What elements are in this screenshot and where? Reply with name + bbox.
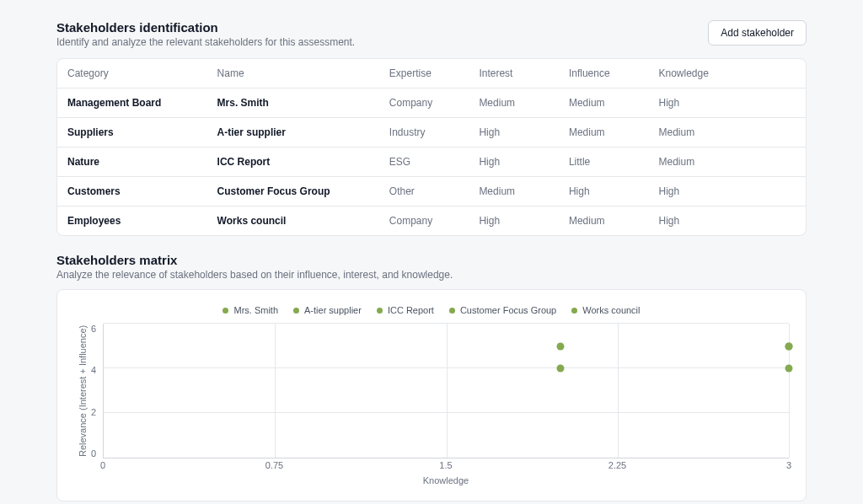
col-knowledge: Knowledge [648, 59, 806, 88]
cell-expertise: ESG [379, 147, 469, 177]
cell-influence: Medium [559, 88, 649, 118]
cell-knowledge: Medium [648, 147, 806, 177]
legend-dot-icon [377, 308, 383, 314]
cell-category: Management Board [57, 88, 207, 118]
cell-influence: High [559, 177, 649, 206]
table-row[interactable]: CustomersCustomer Focus GroupOtherMedium… [57, 177, 806, 206]
x-tick: 1.5 [439, 460, 452, 470]
col-interest: Interest [469, 59, 559, 88]
legend-item[interactable]: Customer Focus Group [449, 305, 556, 315]
x-axis-label: Knowledge [103, 475, 789, 485]
data-point[interactable] [556, 342, 564, 350]
cell-name: Mrs. Smith [207, 88, 379, 118]
y-tick: 2 [88, 407, 96, 417]
legend-label: Works council [582, 305, 640, 315]
y-tick: 0 [88, 448, 96, 458]
table-row[interactable]: SuppliersA-tier supplierIndustryHighMedi… [57, 118, 806, 147]
cell-knowledge: High [648, 177, 806, 206]
cell-expertise: Company [379, 206, 469, 236]
table-header-row: Category Name Expertise Interest Influen… [57, 59, 806, 88]
cell-expertise: Company [379, 88, 469, 118]
legend-dot-icon [571, 308, 577, 314]
cell-knowledge: Medium [648, 118, 806, 147]
x-tick: 0.75 [265, 460, 283, 470]
cell-interest: High [469, 118, 559, 147]
cell-influence: Medium [559, 206, 649, 236]
cell-name: Customer Focus Group [207, 177, 379, 206]
x-tick: 3 [786, 460, 791, 470]
cell-name: ICC Report [207, 147, 379, 177]
cell-influence: Medium [559, 118, 649, 147]
matrix-title: Stakeholders matrix [56, 253, 807, 267]
legend-label: ICC Report [388, 305, 434, 315]
y-axis-ticks: 6420 [88, 324, 103, 458]
legend-dot-icon [293, 308, 299, 314]
add-stakeholder-button[interactable]: Add stakeholder [708, 20, 807, 46]
data-point[interactable] [785, 365, 793, 373]
col-expertise: Expertise [379, 59, 469, 88]
legend-item[interactable]: Works council [571, 305, 640, 315]
stakeholders-table: Category Name Expertise Interest Influen… [57, 59, 806, 235]
section-title: Stakeholders identification [56, 20, 355, 35]
legend-item[interactable]: ICC Report [377, 305, 434, 315]
cell-category: Customers [57, 177, 207, 206]
matrix-chart-panel: Mrs. SmithA-tier supplierICC ReportCusto… [56, 289, 807, 501]
table-row[interactable]: Management BoardMrs. SmithCompanyMediumM… [57, 88, 806, 118]
cell-name: Works council [207, 206, 379, 236]
legend-label: A-tier supplier [304, 305, 362, 315]
y-axis-label: Relevance (Interest + Influence) [74, 324, 88, 458]
legend-label: Customer Focus Group [460, 305, 556, 315]
cell-category: Employees [57, 206, 207, 236]
cell-interest: High [469, 206, 559, 236]
table-row[interactable]: EmployeesWorks councilCompanyHighMediumH… [57, 206, 806, 236]
cell-expertise: Industry [379, 118, 469, 147]
data-point[interactable] [785, 342, 793, 350]
cell-interest: High [469, 147, 559, 177]
x-axis-ticks: 00.751.52.253 [103, 458, 789, 472]
cell-influence: Little [559, 147, 649, 177]
cell-category: Suppliers [57, 118, 207, 147]
cell-knowledge: High [648, 206, 806, 236]
y-tick: 6 [88, 324, 96, 334]
cell-expertise: Other [379, 177, 469, 206]
stakeholders-table-panel: Category Name Expertise Interest Influen… [56, 58, 807, 236]
col-name: Name [207, 59, 379, 88]
legend-item[interactable]: Mrs. Smith [222, 305, 278, 315]
cell-interest: Medium [469, 177, 559, 206]
x-tick: 0 [100, 460, 105, 470]
col-influence: Influence [559, 59, 649, 88]
matrix-subtitle: Analyze the relevance of stakeholders ba… [56, 269, 807, 281]
section-subtitle: Identify and analyze the relevant stakeh… [56, 36, 355, 48]
legend-label: Mrs. Smith [233, 305, 278, 315]
y-tick: 4 [88, 365, 96, 375]
legend-dot-icon [449, 308, 455, 314]
col-category: Category [57, 59, 207, 88]
cell-interest: Medium [469, 88, 559, 118]
cell-category: Nature [57, 147, 207, 177]
table-row[interactable]: NatureICC ReportESGHighLittleMedium [57, 147, 806, 177]
x-tick: 2.25 [608, 460, 626, 470]
data-point[interactable] [556, 365, 564, 373]
legend-dot-icon [222, 308, 228, 314]
scatter-plot [103, 324, 789, 458]
cell-knowledge: High [648, 88, 806, 118]
cell-name: A-tier supplier [207, 118, 379, 147]
legend-item[interactable]: A-tier supplier [293, 305, 362, 315]
chart-legend: Mrs. SmithA-tier supplierICC ReportCusto… [74, 305, 789, 315]
